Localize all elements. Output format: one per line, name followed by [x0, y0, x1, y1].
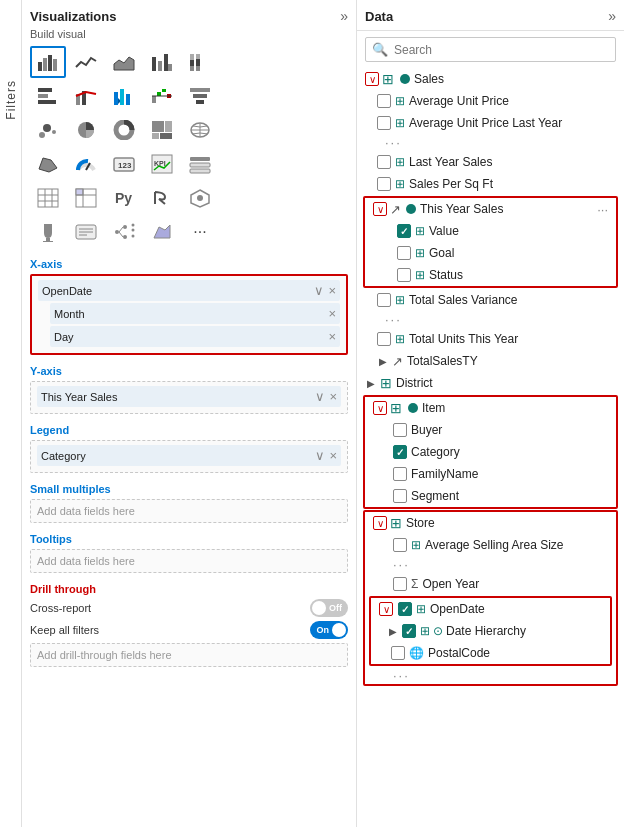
postal-code-row[interactable]: 🌐 PostalCode [371, 642, 610, 664]
sales-per-sq-ft-checkbox[interactable] [377, 177, 391, 191]
status-row[interactable]: ⊞ Status [365, 264, 616, 286]
open-date-checkbox[interactable] [398, 602, 412, 616]
decomposition-tree-icon[interactable] [106, 216, 142, 248]
r-icon[interactable] [144, 182, 180, 214]
more-visuals-icon[interactable]: ··· [182, 216, 218, 248]
day-field-item[interactable]: Day × [50, 326, 340, 347]
category-field-item[interactable]: Category ∨ × [37, 445, 341, 466]
smart-narrative-icon[interactable] [68, 216, 104, 248]
total-units-checkbox[interactable] [377, 332, 391, 346]
pie-chart-icon[interactable] [68, 114, 104, 146]
line-chart-icon[interactable] [68, 46, 104, 78]
buyer-row[interactable]: Buyer [365, 419, 616, 441]
area-chart-icon[interactable] [106, 46, 142, 78]
map-icon[interactable] [182, 114, 218, 146]
filled-map-icon[interactable] [30, 148, 66, 180]
family-name-row[interactable]: FamilyName [365, 463, 616, 485]
this-year-sales-row[interactable]: ∨ ↗ This Year Sales ··· [365, 198, 616, 220]
bar-horizontal-icon[interactable] [30, 80, 66, 112]
table-visual-icon[interactable] [30, 182, 66, 214]
small-multiples-well[interactable]: Add data fields here [30, 499, 348, 523]
family-name-checkbox[interactable] [393, 467, 407, 481]
open-date-field-item[interactable]: OpenDate ∨ × [38, 280, 340, 301]
open-date-close[interactable]: × [328, 283, 336, 298]
y-axis-close[interactable]: × [329, 389, 337, 404]
search-input[interactable] [394, 43, 609, 57]
card-icon[interactable]: 123 [106, 148, 142, 180]
value-checkbox[interactable] [397, 224, 411, 238]
tooltips-well[interactable]: Add data fields here [30, 549, 348, 573]
postal-code-checkbox[interactable] [391, 646, 405, 660]
matrix-icon[interactable] [68, 182, 104, 214]
value-row[interactable]: ⊞ Value [365, 220, 616, 242]
goal-checkbox[interactable] [397, 246, 411, 260]
combo-chart-icon[interactable] [68, 80, 104, 112]
total-sales-variance-checkbox[interactable] [377, 293, 391, 307]
item-collapse-indicator[interactable]: ∨ [373, 401, 387, 415]
legend-close[interactable]: × [329, 448, 337, 463]
treemap-icon[interactable] [144, 114, 180, 146]
last-year-sales-row[interactable]: ⊞ Last Year Sales [357, 151, 624, 173]
total-sales-variance-row[interactable]: ⊞ Total Sales Variance [357, 289, 624, 311]
python-icon[interactable]: Py [106, 182, 142, 214]
drill-through-well[interactable]: Add drill-through fields here [30, 643, 348, 667]
sales-collapse-indicator[interactable]: ∨ [365, 72, 379, 86]
day-close[interactable]: × [328, 329, 336, 344]
month-close[interactable]: × [328, 306, 336, 321]
avg-selling-checkbox[interactable] [393, 538, 407, 552]
open-date-collapse-indicator[interactable]: ∨ [379, 602, 393, 616]
store-collapse-indicator[interactable]: ∨ [373, 516, 387, 530]
buyer-checkbox[interactable] [393, 423, 407, 437]
open-year-row[interactable]: Σ Open Year [365, 573, 616, 595]
y-axis-expand[interactable]: ∨ [315, 389, 325, 404]
gauge-icon[interactable] [68, 148, 104, 180]
last-year-sales-checkbox[interactable] [377, 155, 391, 169]
goal-row[interactable]: ⊞ Goal [365, 242, 616, 264]
trophy-icon[interactable] [30, 216, 66, 248]
cross-report-toggle[interactable]: Off [310, 599, 348, 617]
month-field-item[interactable]: Month × [50, 303, 340, 324]
keep-filters-toggle[interactable]: On [310, 621, 348, 639]
district-row[interactable]: ▶ ⊞ District [357, 372, 624, 394]
open-year-checkbox[interactable] [393, 577, 407, 591]
avg-unit-price-checkbox[interactable] [377, 94, 391, 108]
data-panel-collapse[interactable]: » [608, 8, 616, 24]
date-hierarchy-checkbox[interactable] [402, 624, 416, 638]
sales-per-sq-ft-row[interactable]: ⊞ Sales Per Sq Ft [357, 173, 624, 195]
this-year-sales-field-item[interactable]: This Year Sales ∨ × [37, 386, 341, 407]
this-year-sales-ellipsis[interactable]: ··· [597, 202, 608, 217]
scatter-chart-icon[interactable] [30, 114, 66, 146]
item-table-row[interactable]: ∨ ⊞ Item [365, 397, 616, 419]
shape-map-icon[interactable] [144, 216, 180, 248]
category-row[interactable]: Category [365, 441, 616, 463]
date-hierarchy-row[interactable]: ▶ ⊞ ⊙ Date Hierarchy [371, 620, 610, 642]
legend-expand[interactable]: ∨ [315, 448, 325, 463]
total-sales-ty-row[interactable]: ▶ ↗ TotalSalesTY [357, 350, 624, 372]
open-date-row[interactable]: ∨ ⊞ OpenDate [371, 598, 610, 620]
waterfall-chart-icon[interactable] [144, 80, 180, 112]
search-box[interactable]: 🔍 [365, 37, 616, 62]
this-year-sales-collapse[interactable]: ∨ [373, 202, 387, 216]
slicer-icon[interactable] [182, 148, 218, 180]
segment-checkbox[interactable] [393, 489, 407, 503]
viz-panel-collapse[interactable]: » [340, 8, 348, 24]
ribbon-chart-icon[interactable] [106, 80, 142, 112]
avg-unit-price-ly-checkbox[interactable] [377, 116, 391, 130]
custom-visual-icon[interactable] [182, 182, 218, 214]
store-row[interactable]: ∨ ⊞ Store [365, 512, 616, 534]
stacked-bar-icon[interactable] [30, 46, 66, 78]
avg-unit-price-ly-row[interactable]: ⊞ Average Unit Price Last Year [357, 112, 624, 134]
status-checkbox[interactable] [397, 268, 411, 282]
funnel-chart-icon[interactable] [182, 80, 218, 112]
100-stacked-icon[interactable] [182, 46, 218, 78]
avg-unit-price-row[interactable]: ⊞ Average Unit Price [357, 90, 624, 112]
sales-table-row[interactable]: ∨ ⊞ Sales [357, 68, 624, 90]
column-chart-icon[interactable] [144, 46, 180, 78]
open-date-expand[interactable]: ∨ [314, 283, 324, 298]
segment-row[interactable]: Segment [365, 485, 616, 507]
kpi-icon[interactable]: KPI [144, 148, 180, 180]
avg-selling-area-row[interactable]: ⊞ Average Selling Area Size [365, 534, 616, 556]
total-units-row[interactable]: ⊞ Total Units This Year [357, 328, 624, 350]
category-checkbox[interactable] [393, 445, 407, 459]
donut-chart-icon[interactable] [106, 114, 142, 146]
